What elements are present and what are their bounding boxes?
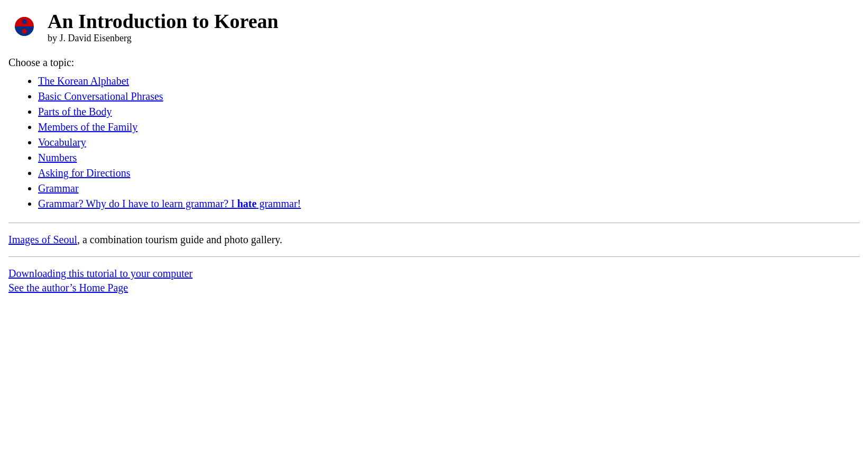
list-item: Members of the Family: [38, 121, 860, 133]
topic-link-numbers[interactable]: Numbers: [38, 152, 77, 163]
grammar-prefix: Grammar? Why do I have to learn grammar?…: [38, 198, 237, 209]
images-of-seoul-link[interactable]: Images of Seoul: [8, 234, 77, 245]
topic-link-body[interactable]: Parts of the Body: [38, 106, 112, 117]
list-item: Grammar? Why do I have to learn grammar?…: [38, 198, 860, 210]
list-item: Grammar: [38, 182, 860, 195]
topic-link-grammar[interactable]: Grammar: [38, 182, 79, 194]
taegeuk-logo: [8, 11, 40, 42]
list-item: Numbers: [38, 152, 860, 164]
svg-point-4: [22, 29, 27, 34]
topic-link-directions[interactable]: Asking for Directions: [38, 167, 130, 179]
divider-1: [8, 223, 860, 223]
topic-link-vocabulary[interactable]: Vocabulary: [38, 136, 86, 148]
list-item: Basic Conversational Phrases: [38, 90, 860, 103]
list-item: Parts of the Body: [38, 106, 860, 118]
images-section: Images of Seoul, a combination tourism g…: [8, 234, 860, 246]
divider-2: [8, 256, 860, 257]
grammar-suffix: grammar!: [256, 198, 301, 209]
footer-section: Downloading this tutorial to your comput…: [8, 268, 860, 294]
topic-link-grammar-hate[interactable]: Grammar? Why do I have to learn grammar?…: [38, 198, 301, 209]
images-description: , a combination tourism guide and photo …: [77, 234, 282, 245]
list-item: Asking for Directions: [38, 167, 860, 179]
grammar-bold: hate: [237, 198, 257, 209]
header-text-block: An Introduction to Korean by J. David Ei…: [48, 11, 279, 44]
page-header: An Introduction to Korean by J. David Ei…: [8, 11, 860, 44]
topic-link-family[interactable]: Members of the Family: [38, 121, 137, 133]
list-item: The Korean Alphabet: [38, 75, 860, 87]
download-link[interactable]: Downloading this tutorial to your comput…: [8, 268, 860, 280]
topic-link-alphabet[interactable]: The Korean Alphabet: [38, 75, 129, 87]
list-item: Vocabulary: [38, 136, 860, 149]
choose-topic-label: Choose a topic:: [8, 57, 860, 69]
page-subtitle: by J. David Eisenberg: [48, 33, 279, 44]
author-homepage-link[interactable]: See the author’s Home Page: [8, 282, 860, 294]
page-title: An Introduction to Korean: [48, 11, 279, 33]
svg-point-3: [22, 20, 27, 24]
topic-list: The Korean Alphabet Basic Conversational…: [8, 75, 860, 210]
topic-link-phrases[interactable]: Basic Conversational Phrases: [38, 90, 163, 102]
